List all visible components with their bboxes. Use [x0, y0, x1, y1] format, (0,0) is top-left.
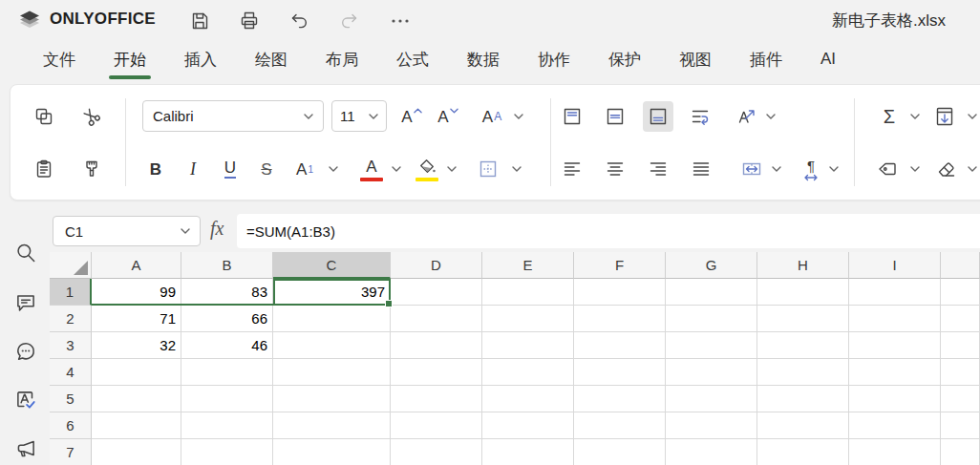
text-direction-button[interactable]: ¶	[796, 154, 826, 184]
cell-B5[interactable]	[181, 386, 273, 412]
cell-F4[interactable]	[574, 359, 666, 386]
cell-A4[interactable]	[92, 359, 181, 386]
cell-D3[interactable]	[391, 332, 482, 359]
cell-D5[interactable]	[391, 386, 482, 412]
font-name-select[interactable]: Calibri	[142, 100, 324, 132]
italic-button[interactable]: I	[178, 154, 208, 184]
redo-button[interactable]	[337, 9, 362, 33]
tab-item-8[interactable]: 保护	[608, 49, 641, 71]
cell-H6[interactable]	[757, 412, 849, 439]
cell-G6[interactable]	[666, 412, 757, 439]
cell-F1[interactable]	[574, 279, 666, 306]
cell-I7[interactable]	[849, 439, 941, 465]
cell-H2[interactable]	[757, 306, 849, 332]
tab-item-7[interactable]: 协作	[538, 49, 570, 71]
orientation-dropdown[interactable]	[763, 101, 778, 132]
decrease-font-size-button[interactable]: A	[433, 101, 463, 132]
tab-item-3[interactable]: 绘图	[255, 49, 288, 71]
row-header-1[interactable]: 1	[50, 279, 92, 306]
cell-J3[interactable]	[941, 332, 980, 359]
column-header-H[interactable]: H	[757, 252, 849, 279]
cell-A7[interactable]	[92, 439, 181, 465]
cell-H1[interactable]	[757, 279, 849, 306]
column-header-A[interactable]: A	[92, 252, 181, 279]
clear-button[interactable]	[931, 154, 962, 184]
column-header-F[interactable]: F	[574, 252, 666, 279]
fill-handle[interactable]	[385, 300, 393, 307]
cell-E6[interactable]	[482, 412, 574, 439]
align-right-button[interactable]	[643, 154, 673, 184]
tab-item-11[interactable]: AI	[820, 50, 836, 69]
undo-button[interactable]	[287, 9, 311, 33]
save-button[interactable]	[187, 9, 212, 33]
font-color-button[interactable]: A	[356, 154, 387, 184]
justify-button[interactable]	[686, 154, 716, 184]
cell-F2[interactable]	[574, 306, 666, 332]
cell-J5[interactable]	[941, 386, 980, 412]
bold-button[interactable]: B	[140, 154, 171, 184]
autosum-button[interactable]: Σ	[874, 101, 905, 132]
cell-I4[interactable]	[849, 359, 941, 386]
cut-button[interactable]	[76, 101, 107, 132]
borders-dropdown[interactable]	[509, 154, 524, 184]
change-case-button[interactable]: A A	[475, 101, 509, 132]
change-case-dropdown[interactable]	[511, 101, 526, 132]
cell-I1[interactable]	[849, 279, 941, 306]
text-direction-dropdown[interactable]	[826, 154, 842, 184]
cell-E2[interactable]	[482, 306, 574, 332]
cell-D4[interactable]	[391, 359, 482, 386]
cell-H4[interactable]	[757, 359, 849, 386]
cell-G2[interactable]	[666, 306, 757, 332]
align-bottom-button[interactable]	[643, 101, 673, 132]
underline-button[interactable]: U	[215, 154, 245, 184]
cell-J2[interactable]	[941, 306, 980, 332]
cell-B1[interactable]: 83	[181, 279, 273, 306]
cell-D6[interactable]	[391, 412, 482, 439]
cell-D2[interactable]	[391, 306, 482, 332]
cell-A2[interactable]: 71	[92, 306, 181, 332]
chat-button[interactable]	[12, 338, 39, 365]
feedback-button[interactable]	[12, 435, 39, 462]
align-top-button[interactable]	[557, 101, 587, 132]
cell-B3[interactable]: 46	[181, 332, 273, 359]
cell-F7[interactable]	[574, 439, 666, 465]
cell-A6[interactable]	[92, 412, 181, 439]
wrap-text-button[interactable]	[685, 101, 715, 132]
font-size-select[interactable]: 11	[331, 100, 387, 132]
fill-color-dropdown[interactable]	[444, 154, 459, 184]
cell-C6[interactable]	[273, 412, 391, 439]
borders-button[interactable]	[473, 154, 503, 184]
cell-G3[interactable]	[666, 332, 757, 359]
cell-A5[interactable]	[92, 386, 181, 412]
tab-item-5[interactable]: 公式	[396, 49, 429, 71]
tab-item-1[interactable]: 开始	[114, 49, 146, 71]
named-ranges-button[interactable]	[872, 154, 903, 184]
cell-F3[interactable]	[574, 332, 666, 359]
tab-item-4[interactable]: 布局	[326, 49, 358, 71]
fill-color-button[interactable]	[412, 154, 442, 184]
cell-J1[interactable]	[941, 279, 980, 306]
comments-button[interactable]	[12, 289, 39, 316]
tab-item-2[interactable]: 插入	[184, 49, 217, 71]
align-center-button[interactable]	[600, 154, 630, 184]
cell-E7[interactable]	[482, 439, 574, 465]
select-all-corner[interactable]	[50, 252, 92, 279]
merge-cells-dropdown[interactable]	[769, 154, 784, 184]
row-header-7[interactable]: 7	[50, 439, 92, 465]
tab-item-6[interactable]: 数据	[467, 49, 500, 71]
row-header-4[interactable]: 4	[50, 359, 92, 386]
row-header-6[interactable]: 6	[50, 412, 92, 439]
align-middle-button[interactable]	[600, 101, 630, 132]
cell-J6[interactable]	[941, 412, 980, 439]
cell-H7[interactable]	[757, 439, 849, 465]
tab-item-10[interactable]: 插件	[750, 49, 782, 71]
column-header-C[interactable]: C	[273, 252, 391, 279]
tab-item-9[interactable]: 视图	[679, 49, 712, 71]
autosum-dropdown[interactable]	[907, 101, 923, 132]
cell-I5[interactable]	[849, 386, 941, 412]
search-button[interactable]	[12, 240, 39, 266]
cell-C2[interactable]	[273, 306, 391, 332]
clear-dropdown[interactable]	[965, 154, 980, 184]
fill-down-button[interactable]	[929, 101, 960, 132]
increase-font-size-button[interactable]: A	[396, 101, 427, 132]
